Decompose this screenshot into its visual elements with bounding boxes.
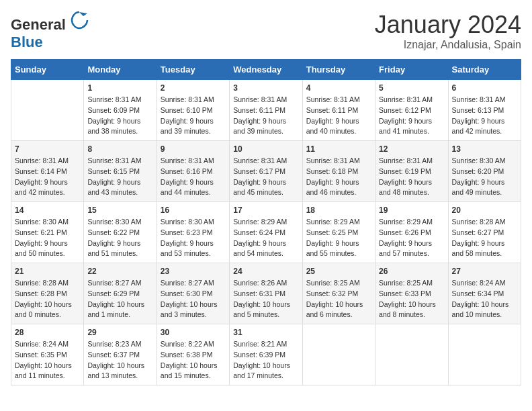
day-info: Sunrise: 8:31 AM Sunset: 6:14 PM Dayligh…	[15, 156, 80, 198]
day-number: 26	[379, 267, 444, 276]
weekday-header-row: SundayMondayTuesdayWednesdayThursdayFrid…	[11, 60, 521, 80]
day-number: 21	[15, 267, 80, 276]
day-number: 14	[15, 205, 80, 215]
calendar-cell: 16Sunrise: 8:30 AM Sunset: 6:23 PM Dayli…	[157, 202, 229, 263]
day-info: Sunrise: 8:31 AM Sunset: 6:11 PM Dayligh…	[233, 95, 298, 137]
day-info: Sunrise: 8:22 AM Sunset: 6:38 PM Dayligh…	[161, 339, 226, 381]
day-number: 6	[452, 83, 517, 93]
calendar-cell: 23Sunrise: 8:27 AM Sunset: 6:30 PM Dayli…	[157, 263, 229, 324]
day-info: Sunrise: 8:27 AM Sunset: 6:30 PM Dayligh…	[161, 278, 226, 320]
logo-general: General	[11, 16, 66, 33]
calendar-cell: 17Sunrise: 8:29 AM Sunset: 6:24 PM Dayli…	[230, 202, 302, 263]
day-number: 30	[161, 328, 226, 337]
page-header: General Blue January 2024 Iznajar, Andal…	[11, 11, 521, 51]
calendar-cell: 20Sunrise: 8:28 AM Sunset: 6:27 PM Dayli…	[448, 202, 521, 263]
calendar-cell: 21Sunrise: 8:28 AM Sunset: 6:28 PM Dayli…	[11, 263, 84, 324]
day-number: 22	[87, 267, 152, 276]
day-info: Sunrise: 8:31 AM Sunset: 6:09 PM Dayligh…	[87, 95, 152, 137]
day-info: Sunrise: 8:31 AM Sunset: 6:17 PM Dayligh…	[233, 156, 298, 198]
calendar-cell: 15Sunrise: 8:30 AM Sunset: 6:22 PM Dayli…	[84, 202, 157, 263]
day-number: 28	[15, 328, 80, 337]
day-info: Sunrise: 8:28 AM Sunset: 6:28 PM Dayligh…	[15, 278, 80, 320]
day-info: Sunrise: 8:31 AM Sunset: 6:19 PM Dayligh…	[379, 156, 444, 198]
calendar-cell: 10Sunrise: 8:31 AM Sunset: 6:17 PM Dayli…	[230, 141, 302, 202]
day-number: 10	[233, 144, 298, 154]
day-info: Sunrise: 8:24 AM Sunset: 6:34 PM Dayligh…	[452, 278, 517, 320]
logo-icon	[70, 11, 89, 30]
weekday-header: Thursday	[302, 60, 375, 80]
day-number: 15	[87, 205, 152, 215]
calendar-cell: 1Sunrise: 8:31 AM Sunset: 6:09 PM Daylig…	[84, 80, 157, 141]
calendar-week-row: 1Sunrise: 8:31 AM Sunset: 6:09 PM Daylig…	[11, 80, 521, 141]
day-info: Sunrise: 8:30 AM Sunset: 6:22 PM Dayligh…	[87, 217, 152, 259]
day-number: 5	[379, 83, 444, 93]
calendar-cell: 4Sunrise: 8:31 AM Sunset: 6:11 PM Daylig…	[302, 80, 375, 141]
calendar-cell: 19Sunrise: 8:29 AM Sunset: 6:26 PM Dayli…	[375, 202, 448, 263]
calendar-cell: 28Sunrise: 8:24 AM Sunset: 6:35 PM Dayli…	[11, 324, 84, 385]
month-title: January 2024	[375, 11, 521, 39]
calendar-week-row: 7Sunrise: 8:31 AM Sunset: 6:14 PM Daylig…	[11, 141, 521, 202]
calendar-cell: 11Sunrise: 8:31 AM Sunset: 6:18 PM Dayli…	[302, 141, 375, 202]
calendar-cell: 25Sunrise: 8:25 AM Sunset: 6:32 PM Dayli…	[302, 263, 375, 324]
day-info: Sunrise: 8:27 AM Sunset: 6:29 PM Dayligh…	[87, 278, 152, 320]
weekday-header: Sunday	[11, 60, 84, 80]
calendar-cell: 9Sunrise: 8:31 AM Sunset: 6:16 PM Daylig…	[157, 141, 229, 202]
day-number: 3	[233, 83, 298, 93]
day-number: 2	[161, 83, 226, 93]
calendar-cell	[302, 324, 375, 385]
calendar-cell: 5Sunrise: 8:31 AM Sunset: 6:12 PM Daylig…	[375, 80, 448, 141]
day-number: 24	[233, 267, 298, 276]
day-info: Sunrise: 8:28 AM Sunset: 6:27 PM Dayligh…	[452, 217, 517, 259]
weekday-header: Tuesday	[157, 60, 229, 80]
day-number: 9	[161, 144, 226, 154]
day-number: 16	[161, 205, 226, 215]
calendar-cell: 24Sunrise: 8:26 AM Sunset: 6:31 PM Dayli…	[230, 263, 302, 324]
day-info: Sunrise: 8:31 AM Sunset: 6:12 PM Dayligh…	[379, 95, 444, 137]
day-number: 31	[233, 328, 298, 337]
calendar-cell	[11, 80, 84, 141]
weekday-header: Wednesday	[230, 60, 302, 80]
day-info: Sunrise: 8:29 AM Sunset: 6:24 PM Dayligh…	[233, 217, 298, 259]
calendar-week-row: 28Sunrise: 8:24 AM Sunset: 6:35 PM Dayli…	[11, 324, 521, 385]
calendar-cell: 18Sunrise: 8:29 AM Sunset: 6:25 PM Dayli…	[302, 202, 375, 263]
day-info: Sunrise: 8:29 AM Sunset: 6:25 PM Dayligh…	[306, 217, 371, 259]
day-number: 17	[233, 205, 298, 215]
calendar-week-row: 14Sunrise: 8:30 AM Sunset: 6:21 PM Dayli…	[11, 202, 521, 263]
calendar-cell	[375, 324, 448, 385]
logo-text: General Blue	[11, 11, 89, 51]
calendar-cell: 31Sunrise: 8:21 AM Sunset: 6:39 PM Dayli…	[230, 324, 302, 385]
day-number: 12	[379, 144, 444, 154]
day-number: 27	[452, 267, 517, 276]
day-number: 8	[87, 144, 152, 154]
day-info: Sunrise: 8:31 AM Sunset: 6:10 PM Dayligh…	[161, 95, 226, 137]
day-number: 25	[306, 267, 371, 276]
day-number: 7	[15, 144, 80, 154]
day-info: Sunrise: 8:23 AM Sunset: 6:37 PM Dayligh…	[87, 339, 152, 381]
calendar-cell: 22Sunrise: 8:27 AM Sunset: 6:29 PM Dayli…	[84, 263, 157, 324]
calendar-cell: 30Sunrise: 8:22 AM Sunset: 6:38 PM Dayli…	[157, 324, 229, 385]
calendar-cell	[448, 324, 521, 385]
calendar-cell: 26Sunrise: 8:25 AM Sunset: 6:33 PM Dayli…	[375, 263, 448, 324]
day-info: Sunrise: 8:25 AM Sunset: 6:32 PM Dayligh…	[306, 278, 371, 320]
day-info: Sunrise: 8:31 AM Sunset: 6:13 PM Dayligh…	[452, 95, 517, 137]
day-info: Sunrise: 8:24 AM Sunset: 6:35 PM Dayligh…	[15, 339, 80, 381]
calendar-cell: 8Sunrise: 8:31 AM Sunset: 6:15 PM Daylig…	[84, 141, 157, 202]
logo-blue: Blue	[11, 34, 43, 50]
calendar-cell: 3Sunrise: 8:31 AM Sunset: 6:11 PM Daylig…	[230, 80, 302, 141]
calendar-cell: 13Sunrise: 8:30 AM Sunset: 6:20 PM Dayli…	[448, 141, 521, 202]
day-info: Sunrise: 8:31 AM Sunset: 6:16 PM Dayligh…	[161, 156, 226, 198]
day-info: Sunrise: 8:31 AM Sunset: 6:11 PM Dayligh…	[306, 95, 371, 137]
day-number: 19	[379, 205, 444, 215]
calendar-cell: 7Sunrise: 8:31 AM Sunset: 6:14 PM Daylig…	[11, 141, 84, 202]
day-info: Sunrise: 8:30 AM Sunset: 6:21 PM Dayligh…	[15, 217, 80, 259]
day-info: Sunrise: 8:25 AM Sunset: 6:33 PM Dayligh…	[379, 278, 444, 320]
calendar-cell: 6Sunrise: 8:31 AM Sunset: 6:13 PM Daylig…	[448, 80, 521, 141]
day-number: 29	[87, 328, 152, 337]
logo: General Blue	[11, 11, 89, 51]
day-number: 4	[306, 83, 371, 93]
calendar-cell: 29Sunrise: 8:23 AM Sunset: 6:37 PM Dayli…	[84, 324, 157, 385]
weekday-header: Saturday	[448, 60, 521, 80]
day-number: 18	[306, 205, 371, 215]
calendar-cell: 12Sunrise: 8:31 AM Sunset: 6:19 PM Dayli…	[375, 141, 448, 202]
calendar-table: SundayMondayTuesdayWednesdayThursdayFrid…	[11, 59, 521, 385]
